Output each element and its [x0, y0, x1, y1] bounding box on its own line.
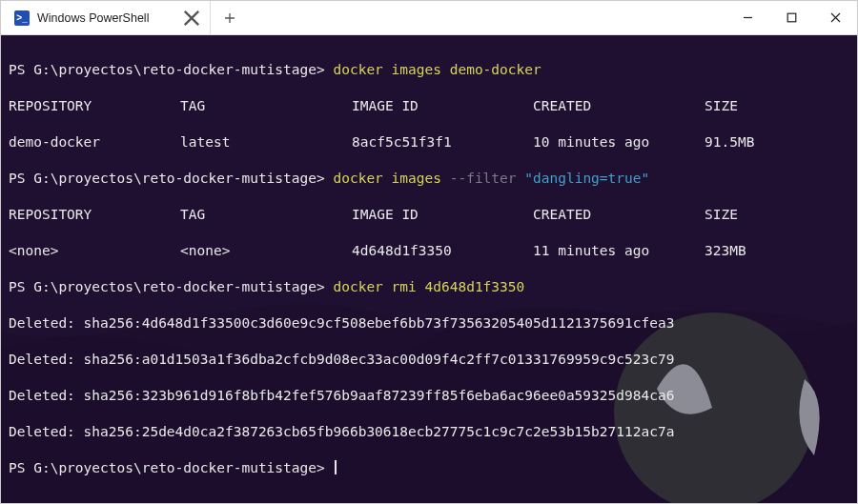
cmd-string: "dangling=true": [524, 171, 649, 186]
cmd-args: rmi 4d648d1f3350: [383, 279, 524, 294]
col-size: SIZE: [705, 97, 738, 115]
deleted-line: Deleted: sha256:25de4d0ca2f387263cb65fb9…: [9, 423, 849, 441]
svg-rect-0: [787, 13, 796, 22]
cell-created: 10 minutes ago: [533, 133, 705, 151]
cmd-args: images demo-docker: [383, 62, 541, 77]
cell-repo: <none>: [9, 242, 180, 260]
prompt: PS G:\proyectos\reto-docker-mutistage>: [9, 460, 325, 475]
cmd-docker: docker: [333, 171, 382, 186]
window-controls: [725, 1, 857, 34]
titlebar: >_ Windows PowerShell: [1, 1, 857, 35]
deleted-line: Deleted: sha256:323b961d916f8bfb42fef576…: [9, 387, 849, 405]
cmd-docker: docker: [333, 279, 382, 294]
app-window: >_ Windows PowerShell: [0, 0, 858, 504]
deleted-line: Deleted: sha256:a01d1503a1f36dba2cfcb9d0…: [9, 351, 849, 369]
col-tag: TAG: [180, 97, 352, 115]
cmd-docker: docker: [333, 62, 382, 77]
table-row: demo-dockerlatest8acf5c51f3f110 minutes …: [9, 133, 849, 151]
close-window-button[interactable]: [813, 1, 857, 34]
prompt: PS G:\proyectos\reto-docker-mutistage>: [9, 62, 325, 77]
prompt: PS G:\proyectos\reto-docker-mutistage>: [9, 279, 325, 294]
close-icon: [183, 10, 200, 27]
close-tab-button[interactable]: [183, 10, 200, 27]
cell-tag: latest: [180, 133, 352, 151]
minimize-icon: [743, 12, 753, 23]
col-image-id: IMAGE ID: [352, 97, 533, 115]
tab-powershell[interactable]: >_ Windows PowerShell: [1, 1, 211, 34]
tab-title: Windows PowerShell: [37, 11, 175, 25]
table-row: <none><none>4d648d1f335011 minutes ago32…: [9, 242, 849, 260]
maximize-button[interactable]: [769, 1, 813, 34]
col-image-id: IMAGE ID: [352, 206, 533, 224]
col-created: CREATED: [533, 97, 705, 115]
cmd-space: [517, 171, 525, 186]
deleted-line: Deleted: sha256:4d648d1f33500c3d60e9c9cf…: [9, 314, 849, 333]
col-repository: REPOSITORY: [9, 206, 180, 224]
cursor: [335, 460, 336, 474]
terminal-pane[interactable]: PS G:\proyectos\reto-docker-mutistage> d…: [1, 35, 857, 503]
cell-id: 4d648d1f3350: [352, 242, 533, 260]
cell-id: 8acf5c51f3f1: [352, 133, 533, 151]
titlebar-spacer: [249, 1, 725, 34]
cell-created: 11 minutes ago: [533, 242, 705, 260]
powershell-icon: >_: [14, 10, 30, 26]
col-repository: REPOSITORY: [9, 97, 180, 115]
terminal-content: PS G:\proyectos\reto-docker-mutistage> d…: [9, 43, 849, 503]
cell-repo: demo-docker: [9, 133, 180, 151]
cmd-args: images: [383, 171, 450, 186]
maximize-icon: [786, 12, 797, 23]
cell-tag: <none>: [180, 242, 352, 260]
close-icon: [830, 12, 841, 23]
prompt: PS G:\proyectos\reto-docker-mutistage>: [9, 171, 325, 186]
col-size: SIZE: [705, 206, 738, 224]
cell-size: 323MB: [705, 242, 746, 260]
col-tag: TAG: [180, 206, 352, 224]
cell-size: 91.5MB: [705, 133, 754, 151]
plus-icon: [224, 12, 235, 24]
minimize-button[interactable]: [725, 1, 769, 34]
cmd-flag: --filter: [450, 171, 517, 186]
new-tab-button[interactable]: [211, 1, 249, 34]
col-created: CREATED: [533, 206, 705, 224]
